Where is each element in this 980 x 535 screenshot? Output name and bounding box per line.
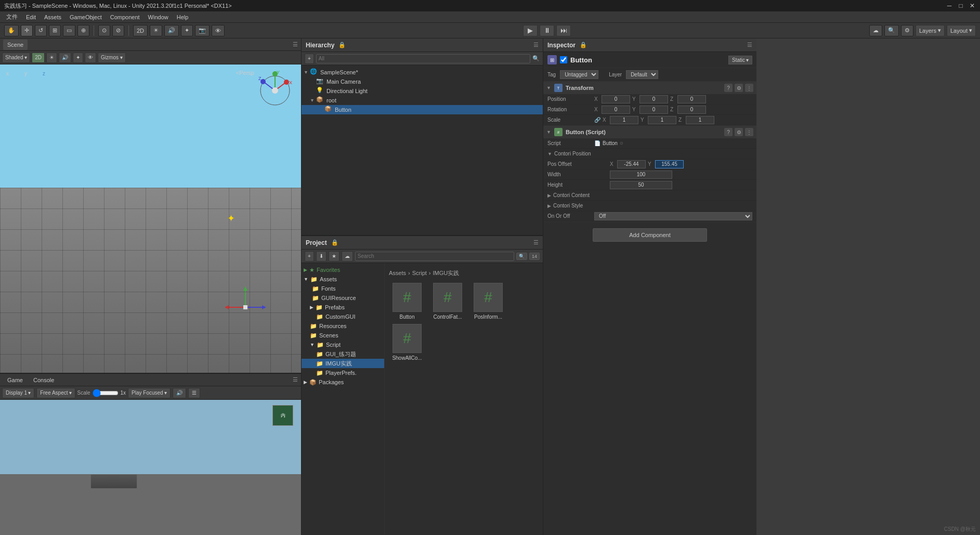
twod-btn[interactable]: 2D xyxy=(133,25,148,36)
scene-hidden-btn[interactable]: 👁 xyxy=(85,53,96,63)
proj-script[interactable]: ▼ 📁 Script xyxy=(302,340,384,349)
button-script-header[interactable]: ▼ # Button (Script) ? ⚙ ⋮ xyxy=(543,126,756,138)
tab-console[interactable]: Console xyxy=(29,375,58,385)
scene-gizmos-btn[interactable]: Gizmos ▾ xyxy=(98,53,126,63)
audio-btn[interactable]: 🔊 xyxy=(164,25,179,36)
proj-assets-root[interactable]: ▼ 📁 Assets xyxy=(302,275,384,284)
menu-window[interactable]: Window xyxy=(144,13,173,21)
game-audio-btn[interactable]: 🔊 xyxy=(173,388,186,398)
proj-gui-exercises[interactable]: 📁 GUI_练习题 xyxy=(302,349,384,359)
on-or-off-select[interactable]: Off On xyxy=(594,212,752,220)
transform-help-btn[interactable]: ? xyxy=(724,84,733,92)
scene-cam-btn[interactable]: 📷 xyxy=(195,25,210,36)
hier-item-samplescene[interactable]: ▼ 🌐 SampleScene* xyxy=(302,68,543,77)
hierarchy-search[interactable] xyxy=(316,54,530,63)
scene-2d-btn[interactable]: 2D xyxy=(32,53,45,63)
menu-file[interactable]: 文件 xyxy=(2,12,22,22)
rotate-tool[interactable]: ↺ xyxy=(35,25,47,36)
menu-help[interactable]: Help xyxy=(173,13,193,21)
transform-settings-btn[interactable]: ⚙ xyxy=(735,84,743,92)
maximize-button[interactable]: □ xyxy=(957,2,964,9)
rot-z-input[interactable] xyxy=(677,106,706,114)
search-btn[interactable]: 🔍 xyxy=(884,25,899,36)
transform-tool[interactable]: ⊕ xyxy=(77,25,89,36)
static-button[interactable]: Static ▾ xyxy=(728,56,752,64)
contori-content-toggle[interactable]: ▶ Contori Content xyxy=(543,190,756,201)
project-import-btn[interactable]: ⬇ xyxy=(316,251,326,262)
project-add-btn[interactable]: + xyxy=(305,251,314,262)
tab-game[interactable]: Game xyxy=(3,375,27,385)
width-input[interactable] xyxy=(610,171,672,179)
menu-component[interactable]: Component xyxy=(106,13,144,21)
move-tool[interactable]: ✛ xyxy=(21,25,33,36)
hier-item-directionallight[interactable]: 💡 Directional Light xyxy=(302,86,543,96)
rot-x-input[interactable] xyxy=(602,106,630,114)
step-button[interactable]: ⏭ xyxy=(556,25,571,36)
proj-favorites[interactable]: ▶ ★ Favorites xyxy=(302,265,384,275)
proj-resources[interactable]: 📁 Resources xyxy=(302,321,384,331)
play-focused-btn[interactable]: Play Focused ▾ xyxy=(128,388,171,398)
scale-slider[interactable] xyxy=(93,390,119,396)
hier-item-root[interactable]: ▼ 📦 root xyxy=(302,96,543,105)
project-cloud-btn[interactable]: ☁ xyxy=(342,251,353,262)
pos-y-input[interactable] xyxy=(639,95,668,103)
button-script-help-btn[interactable]: ? xyxy=(724,128,733,136)
project-search[interactable] xyxy=(355,252,514,261)
menu-gameobject[interactable]: GameObject xyxy=(66,13,106,21)
hierarchy-add-btn[interactable]: + xyxy=(305,54,314,64)
menu-edit[interactable]: Edit xyxy=(22,13,40,21)
button-script-menu-btn[interactable]: ⋮ xyxy=(745,128,753,136)
scene-light-btn[interactable]: ☀ xyxy=(46,53,57,63)
hierarchy-options[interactable]: ☰ xyxy=(533,42,539,48)
asset-posinform[interactable]: # PosInform... xyxy=(470,283,506,320)
game-panel-menu[interactable]: ☰ xyxy=(293,376,298,383)
scene-audio-btn[interactable]: 🔊 xyxy=(59,53,71,63)
scale-x-input[interactable] xyxy=(610,116,638,124)
offset-x-input[interactable] xyxy=(617,160,646,168)
project-options[interactable]: ☰ xyxy=(533,239,539,246)
game-stats-btn[interactable]: ☰ xyxy=(188,388,200,398)
hier-item-button[interactable]: 📦 Button xyxy=(302,105,543,114)
play-button[interactable]: ▶ xyxy=(523,25,538,36)
tag-select[interactable]: Untagged xyxy=(560,70,598,79)
scene-view[interactable]: xyz xyxy=(0,64,301,373)
project-fav-btn[interactable]: ★ xyxy=(329,251,339,262)
scene-draw-mode[interactable]: Shaded ▾ xyxy=(2,53,30,63)
pos-z-input[interactable] xyxy=(677,95,706,103)
pos-x-input[interactable] xyxy=(602,95,630,103)
asset-button[interactable]: # Button xyxy=(389,283,425,320)
height-input[interactable] xyxy=(610,181,672,189)
global-btn[interactable]: ⊘ xyxy=(112,25,124,36)
proj-guiresource[interactable]: 📁 GUIResource xyxy=(302,293,384,303)
asset-showallco[interactable]: # ShowAllCo... xyxy=(389,324,425,361)
proj-scenes[interactable]: 📁 Scenes xyxy=(302,331,384,340)
menu-assets[interactable]: Assets xyxy=(40,13,66,21)
obj-active-checkbox[interactable] xyxy=(560,56,567,63)
pause-button[interactable]: ⏸ xyxy=(540,25,554,36)
scene-fx-btn[interactable]: ✦ xyxy=(73,53,83,63)
layout-dropdown[interactable]: Layout ▾ xyxy=(947,25,976,36)
pivot-btn[interactable]: ⊙ xyxy=(98,25,110,36)
script-target-icon[interactable]: ⊙ xyxy=(620,141,623,146)
close-button[interactable]: ✕ xyxy=(969,2,976,9)
contori-style-toggle[interactable]: ▶ Contori Style xyxy=(543,201,756,211)
minimize-button[interactable]: ─ xyxy=(946,2,953,9)
scale-z-input[interactable] xyxy=(686,116,714,124)
hand-tool[interactable]: ✋ xyxy=(4,25,19,36)
asset-controlfat[interactable]: # ControlFat... xyxy=(429,283,466,320)
game-display-btn[interactable]: Display 1 ▾ xyxy=(2,388,34,398)
proj-packages[interactable]: ▶ 📦 Packages xyxy=(302,377,384,387)
scale-y-input[interactable] xyxy=(648,116,676,124)
add-component-button[interactable]: Add Component xyxy=(593,228,707,242)
settings-btn[interactable]: ⚙ xyxy=(901,25,913,36)
hier-item-maincamera[interactable]: 📷 Main Camera xyxy=(302,77,543,86)
layer-select[interactable]: Default xyxy=(626,70,658,79)
proj-playerprefs[interactable]: 📁 PlayerPrefs. xyxy=(302,368,384,377)
light-btn[interactable]: ☀ xyxy=(150,25,162,36)
contori-position-toggle[interactable]: ▼ Contori Position xyxy=(543,149,756,159)
game-aspect-btn[interactable]: Free Aspect ▾ xyxy=(36,388,75,398)
gizmos-btn[interactable]: 👁 xyxy=(212,25,225,36)
rot-y-input[interactable] xyxy=(639,106,668,114)
transform-menu-btn[interactable]: ⋮ xyxy=(745,84,753,92)
proj-customgui[interactable]: 📁 CustomGUI xyxy=(302,312,384,321)
